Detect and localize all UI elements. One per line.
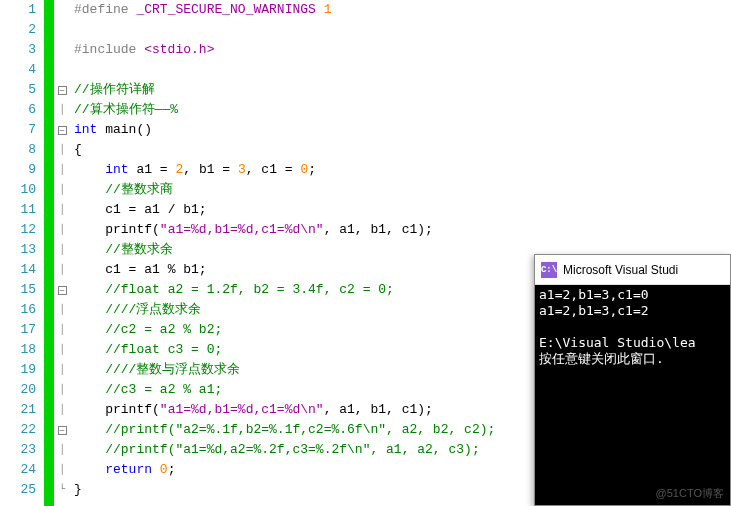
line-number: 22 [0, 420, 36, 440]
fold-marker: │ [54, 380, 70, 400]
watermark: @51CTO博客 [656, 485, 724, 501]
fold-marker: │ [54, 460, 70, 480]
line-number: 23 [0, 440, 36, 460]
fold-marker: │ [54, 240, 70, 260]
code-line: //算术操作符——% [74, 100, 731, 120]
fold-marker [54, 60, 70, 80]
line-number: 18 [0, 340, 36, 360]
fold-marker: │ [54, 320, 70, 340]
console-line: E:\Visual Studio\lea [539, 335, 696, 350]
fold-marker: │ [54, 300, 70, 320]
line-number: 13 [0, 240, 36, 260]
fold-marker: │ [54, 400, 70, 420]
fold-marker: │ [54, 180, 70, 200]
fold-marker: │ [54, 140, 70, 160]
console-icon: C:\ [541, 262, 557, 278]
code-line [74, 20, 731, 40]
code-line: c1 = a1 / b1; [74, 200, 731, 220]
line-number: 2 [0, 20, 36, 40]
fold-marker[interactable]: − [54, 280, 70, 300]
fold-marker: │ [54, 220, 70, 240]
code-line: #define _CRT_SECURE_NO_WARNINGS 1 [74, 0, 731, 20]
code-line: { [74, 140, 731, 160]
fold-marker[interactable]: − [54, 120, 70, 140]
change-bar [44, 0, 54, 506]
line-number: 11 [0, 200, 36, 220]
console-window: C:\ Microsoft Visual Studi a1=2,b1=3,c1=… [534, 254, 731, 506]
fold-marker: └ [54, 480, 70, 500]
fold-marker [54, 0, 70, 20]
line-number: 20 [0, 380, 36, 400]
line-number: 8 [0, 140, 36, 160]
line-number: 1 [0, 0, 36, 20]
line-number: 5 [0, 80, 36, 100]
console-line: 按任意键关闭此窗口. [539, 351, 664, 366]
line-number: 25 [0, 480, 36, 500]
fold-marker: │ [54, 160, 70, 180]
fold-marker: │ [54, 100, 70, 120]
code-line: printf("a1=%d,b1=%d,c1=%d\n", a1, b1, c1… [74, 220, 731, 240]
fold-marker[interactable]: − [54, 420, 70, 440]
code-line: int a1 = 2, b1 = 3, c1 = 0; [74, 160, 731, 180]
line-number: 24 [0, 460, 36, 480]
line-number: 16 [0, 300, 36, 320]
code-line: //整数求商 [74, 180, 731, 200]
line-number: 15 [0, 280, 36, 300]
console-line: a1=2,b1=3,c1=2 [539, 303, 649, 318]
fold-marker: │ [54, 360, 70, 380]
line-number: 14 [0, 260, 36, 280]
console-titlebar[interactable]: C:\ Microsoft Visual Studi [535, 255, 730, 285]
line-number: 9 [0, 160, 36, 180]
code-line: int main() [74, 120, 731, 140]
fold-marker [54, 40, 70, 60]
fold-marker: │ [54, 340, 70, 360]
line-number: 19 [0, 360, 36, 380]
fold-marker: │ [54, 440, 70, 460]
code-line: //操作符详解 [74, 80, 731, 100]
line-number: 7 [0, 120, 36, 140]
fold-marker: │ [54, 260, 70, 280]
code-line [74, 60, 731, 80]
console-title: Microsoft Visual Studi [563, 263, 678, 277]
line-number: 21 [0, 400, 36, 420]
line-number: 12 [0, 220, 36, 240]
fold-marker [54, 20, 70, 40]
line-number: 17 [0, 320, 36, 340]
line-number: 3 [0, 40, 36, 60]
fold-gutter: −│−│││││││−││││││−││└ [54, 0, 70, 506]
fold-marker: │ [54, 200, 70, 220]
console-line: a1=2,b1=3,c1=0 [539, 287, 649, 302]
fold-marker[interactable]: − [54, 80, 70, 100]
line-number-gutter: 1234567891011121314151617181920212223242… [0, 0, 44, 506]
line-number: 6 [0, 100, 36, 120]
line-number: 4 [0, 60, 36, 80]
line-number: 10 [0, 180, 36, 200]
console-output[interactable]: a1=2,b1=3,c1=0 a1=2,b1=3,c1=2 E:\Visual … [535, 285, 730, 505]
code-line: #include <stdio.h> [74, 40, 731, 60]
